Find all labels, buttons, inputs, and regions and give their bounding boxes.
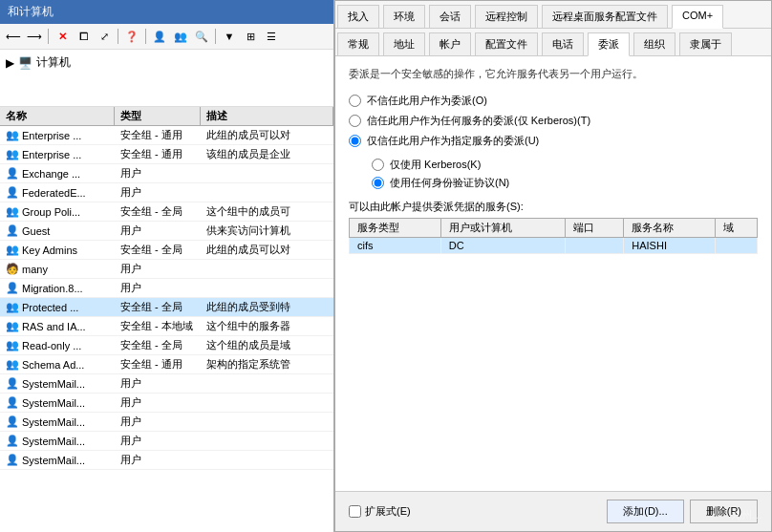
services-col-header: 端口 (566, 218, 624, 237)
tab-second[interactable]: 地址 (383, 32, 425, 55)
list-row[interactable]: 👤 SystemMail... 用户 (0, 413, 333, 432)
header-type[interactable]: 类型 (115, 107, 201, 125)
list-cell-desc: 这个组中的成员可 (201, 202, 333, 221)
list-row[interactable]: 👤 Exchange ... 用户 (0, 164, 333, 183)
services-label: 可以由此帐户提供委派凭据的服务(S): (349, 200, 758, 214)
toolbar-btn-4[interactable]: ⤢ (95, 27, 114, 46)
list-row[interactable]: 👥 Schema Ad... 安全组 - 通用 架构的指定系统管 (0, 355, 333, 374)
tab-second[interactable]: 帐户 (429, 32, 471, 55)
radio-input-1[interactable] (349, 95, 361, 107)
tab-second[interactable]: 组织 (633, 32, 676, 55)
tab-second[interactable]: 常规 (337, 32, 379, 55)
toolbar-btn-help[interactable]: ❓ (122, 27, 141, 46)
header-name[interactable]: 名称 (0, 107, 115, 125)
radio-sub-option-1[interactable]: 仅使用 Kerberos(K) (372, 158, 758, 172)
list-row[interactable]: 👥 Enterprise ... 安全组 - 通用 此组的成员可以对 (0, 126, 333, 145)
list-cell-type: 安全组 - 全局 (115, 202, 201, 221)
radio-sub-input-1[interactable] (372, 159, 384, 171)
radio-label-1: 不信任此用户作为委派(O) (367, 94, 487, 108)
list-row[interactable]: 👤 SystemMail... 用户 (0, 374, 333, 394)
radio-sub-option-2[interactable]: 使用任何身份验证协议(N) (372, 176, 758, 190)
checkbox-item[interactable]: 扩展式(E) (349, 504, 411, 519)
list-cell-type: 安全组 - 通用 (115, 126, 201, 144)
list-row[interactable]: 👤 SystemMail... 用户 (0, 394, 333, 413)
toolbar-sep-2 (118, 29, 118, 44)
tab-second[interactable]: 电话 (542, 32, 584, 55)
list-row[interactable]: 👤 SystemMail... 用户 (0, 432, 333, 451)
obj-icon: 👤 (6, 415, 19, 428)
tab-top[interactable]: 远程控制 (475, 5, 538, 28)
list-cell-type: 安全组 - 通用 (115, 355, 201, 373)
list-row[interactable]: 👥 RAS and IA... 安全组 - 本地域 这个组中的服务器 (0, 317, 333, 336)
obj-icon: 👥 (6, 129, 19, 141)
expand-checkbox[interactable] (349, 505, 361, 518)
tab-top[interactable]: 环境 (383, 5, 425, 28)
toolbar-btn-5[interactable]: 👤 (150, 27, 169, 46)
radio-option-1[interactable]: 不信任此用户作为委派(O) (349, 94, 758, 108)
radio-input-2[interactable] (349, 115, 361, 127)
obj-icon: 👤 (6, 435, 19, 447)
toolbar-btn-7[interactable]: 🔍 (192, 27, 211, 46)
toolbar-btn-close[interactable]: ✕ (53, 27, 72, 46)
tab-second[interactable]: 隶属于 (679, 32, 732, 55)
remove-button[interactable]: 删除(R) (690, 500, 758, 523)
list-cell-desc: 此组的成员可以对 (201, 126, 333, 144)
list-row[interactable]: 👥 Key Admins 安全组 - 全局 此组的成员可以对 (0, 241, 333, 260)
row-name: SystemMail... (22, 455, 85, 466)
tab-top[interactable]: 远程桌面服务配置文件 (542, 5, 668, 28)
list-cell-name: 👥 RAS and IA... (0, 317, 115, 335)
list-cell-desc (201, 413, 333, 431)
row-name: SystemMail... (22, 436, 85, 447)
toolbar-btn-8[interactable]: ⊞ (241, 27, 260, 46)
toolbar-btn-2[interactable]: ⟶ (25, 27, 44, 46)
tab-second[interactable]: 委派 (588, 32, 630, 56)
radio-option-2[interactable]: 信任此用户作为任何服务的委派(仅 Kerberos)(T) (349, 114, 758, 128)
service-cell: cifs (350, 237, 441, 253)
row-name: Enterprise ... (22, 130, 81, 141)
list-row[interactable]: 👥 Group Poli... 安全组 - 全局 这个组中的成员可 (0, 202, 333, 222)
list-cell-name: 👥 Enterprise ... (0, 145, 115, 163)
list-row[interactable]: 👤 Guest 用户 供来宾访问计算机 (0, 222, 333, 241)
tab-top[interactable]: 会话 (429, 5, 471, 28)
tab-top[interactable]: COM+ (672, 5, 723, 29)
services-col-header: 服务名称 (624, 218, 716, 237)
list-cell-desc: 这个组中的服务器 (201, 317, 333, 335)
list-header: 名称 类型 描述 (0, 107, 333, 126)
list-cell-type: 安全组 - 全局 (115, 336, 201, 354)
list-row[interactable]: 👥 Protected ... 安全组 - 全局 此组的成员受到特 (0, 298, 333, 317)
obj-icon: 👤 (6, 396, 19, 409)
list-cell-desc: 此组的成员受到特 (201, 298, 333, 316)
list-row[interactable]: 👤 Migration.8... 用户 (0, 279, 333, 298)
list-row[interactable]: 👤 SystemMail... 用户 (0, 451, 333, 470)
radio-sub-input-2[interactable] (372, 177, 384, 189)
add-button[interactable]: 添加(D)... (607, 500, 683, 523)
obj-icon: 👤 (6, 167, 19, 180)
service-cell (566, 237, 624, 253)
toolbar-btn-9[interactable]: ☰ (262, 27, 281, 46)
list-cell-name: 👥 Enterprise ... (0, 126, 115, 144)
toolbar-btn-1[interactable]: ⟵ (4, 27, 23, 46)
list-cell-name: 👤 SystemMail... (0, 413, 115, 431)
tab-second[interactable]: 配置文件 (475, 32, 538, 55)
radio-label-3: 仅信任此用户作为指定服务的委派(U) (367, 134, 539, 148)
toolbar-btn-6[interactable]: 👥 (171, 27, 190, 46)
list-row[interactable]: 👥 Read-only ... 安全组 - 全局 这个组的成员是域 (0, 336, 333, 355)
toolbar-btn-3[interactable]: ⧠ (74, 27, 93, 46)
toolbar: ⟵ ⟶ ✕ ⧠ ⤢ ❓ 👤 👥 🔍 ▼ ⊞ ☰ (0, 24, 333, 50)
toolbar-btn-filter[interactable]: ▼ (220, 27, 239, 46)
list-cell-name: 👤 SystemMail... (0, 451, 115, 469)
tab-top[interactable]: 找入 (337, 5, 379, 28)
list-cell-desc (201, 394, 333, 412)
list-rows: 👥 Enterprise ... 安全组 - 通用 此组的成员可以对 👥 Ent… (0, 126, 333, 470)
list-cell-type: 用户 (115, 222, 201, 240)
radio-option-3[interactable]: 仅信任此用户作为指定服务的委派(U) (349, 134, 758, 148)
left-panel: 和计算机 ⟵ ⟶ ✕ ⧠ ⤢ ❓ 👤 👥 🔍 ▼ ⊞ ☰ ▶ 🖥️ 计算机 名称… (0, 0, 334, 532)
tree-node-computer[interactable]: ▶ 🖥️ 计算机 (4, 53, 330, 72)
list-row[interactable]: 👤 FederatedE... 用户 (0, 183, 333, 202)
list-row[interactable]: 👥 Enterprise ... 安全组 - 通用 该组的成员是企业 (0, 145, 333, 164)
list-row[interactable]: 🧑 many 用户 (0, 260, 333, 279)
service-row[interactable]: cifsDCHAISHI (350, 237, 758, 253)
header-desc[interactable]: 描述 (201, 107, 333, 125)
radio-input-3[interactable] (349, 135, 361, 147)
toolbar-sep-1 (48, 29, 49, 44)
